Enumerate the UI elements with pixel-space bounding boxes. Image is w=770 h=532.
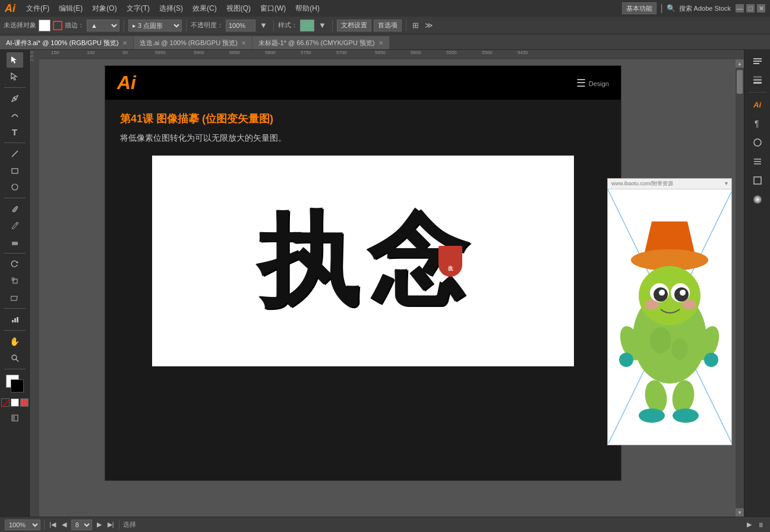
- background-swatch[interactable]: [11, 379, 24, 392]
- minimize-button[interactable]: —: [736, 4, 744, 12]
- pen-tool[interactable]: [7, 91, 23, 106]
- more-icon[interactable]: ≫: [423, 21, 435, 30]
- zoom-select[interactable]: 100%: [5, 520, 40, 530]
- vertical-scrollbar[interactable]: ▲ ▼: [736, 59, 744, 517]
- tab-close-0[interactable]: ✕: [122, 40, 127, 46]
- scale-tool[interactable]: [7, 273, 23, 289]
- rect-panel-button[interactable]: [747, 172, 768, 189]
- eraser-tool[interactable]: [7, 235, 23, 250]
- style-arrow[interactable]: ▼: [317, 21, 328, 30]
- lesson-header: Ai ☰ Design: [105, 66, 621, 100]
- menu-select[interactable]: 选择(S): [154, 4, 188, 14]
- menu-edit[interactable]: 编辑(E): [54, 4, 87, 14]
- menu-help[interactable]: 帮助(H): [291, 4, 324, 14]
- menu-effect[interactable]: 效果(C): [188, 4, 222, 14]
- arrange-icon[interactable]: ⊞: [411, 21, 421, 30]
- scroll-up-button[interactable]: ▲: [736, 59, 744, 68]
- brush-select[interactable]: ▸ 3 点圆形: [128, 20, 182, 31]
- paintbrush-tool[interactable]: [7, 201, 23, 217]
- tab-ai-lesson[interactable]: AI-课件3.ai* @ 100% (RGB/GPU 预览) ✕: [0, 36, 134, 49]
- last-page-button[interactable]: ▶|: [106, 521, 115, 528]
- menu-object[interactable]: 对象(O): [87, 4, 121, 14]
- opacity-input[interactable]: [226, 20, 255, 31]
- hamburger-icon: ☰: [576, 78, 586, 88]
- scroll-down-button[interactable]: ▼: [736, 508, 744, 517]
- bar-chart-tool[interactable]: [7, 312, 23, 327]
- radial-button[interactable]: [747, 191, 768, 208]
- menu-text[interactable]: 文字(T): [122, 4, 154, 14]
- ruler-top: 150 100 50 5950 5900 5850 5800 5750 5700…: [39, 50, 744, 59]
- stroke-label: 描边：: [65, 21, 84, 30]
- ai-text-panel-button[interactable]: Ai: [747, 96, 768, 113]
- transform-tool[interactable]: [7, 290, 23, 305]
- page-select[interactable]: 8: [71, 520, 92, 530]
- svg-rect-49: [753, 82, 762, 84]
- tabs-bar: AI-课件3.ai* @ 100% (RGB/GPU 预览) ✕ 迭迭.ai @…: [0, 34, 770, 50]
- document-settings-button[interactable]: 文档设置: [337, 20, 371, 31]
- canvas-area[interactable]: 150 100 50 5950 5900 5850 5800 5750 5700…: [39, 50, 744, 517]
- properties-panel-button[interactable]: [747, 52, 768, 70]
- rectangle-tool[interactable]: [7, 163, 23, 178]
- ruler-left: 150200250300350: [30, 50, 39, 517]
- curvature-tool[interactable]: [7, 107, 23, 123]
- type-tool[interactable]: T: [7, 124, 23, 140]
- stroke-icon: [53, 21, 62, 30]
- fill-color-swatch[interactable]: [39, 20, 51, 31]
- selection-tool[interactable]: [7, 52, 23, 68]
- rotate-tool[interactable]: [7, 256, 23, 272]
- menu-file[interactable]: 文件(F): [21, 4, 54, 14]
- first-page-button[interactable]: |◀: [48, 521, 57, 528]
- tab-iterate[interactable]: 迭迭.ai @ 100% (RGB/GPU 预览) ✕: [134, 36, 253, 49]
- white-swatch[interactable]: [11, 398, 19, 407]
- play-button[interactable]: ▶: [746, 521, 753, 528]
- tab-close-2[interactable]: ✕: [378, 40, 383, 46]
- workspace-button[interactable]: 基本功能: [622, 2, 657, 14]
- maximize-button[interactable]: □: [746, 4, 755, 12]
- white-canvas: 执 念 执念: [152, 156, 574, 366]
- hand-tool[interactable]: ✋: [7, 334, 23, 349]
- stop-button[interactable]: ⏸: [756, 521, 765, 528]
- tab-untitled[interactable]: 未标题-1* @ 66.67% (CMYK/GPU 预览) ✕: [253, 36, 390, 49]
- divider-1: [124, 20, 124, 31]
- left-toolbar: T: [0, 50, 30, 517]
- svg-point-41: [704, 353, 718, 367]
- svg-point-3: [12, 184, 18, 190]
- tool-separator-7: [4, 369, 26, 369]
- red-swatch[interactable]: [20, 398, 29, 407]
- menu-window[interactable]: 窗口(W): [255, 4, 291, 14]
- svg-rect-46: [753, 58, 762, 59]
- status-divider-2: [119, 520, 119, 530]
- right-sidebar: Ai ¶: [744, 50, 770, 517]
- pencil-tool[interactable]: [7, 218, 23, 233]
- right-panel-content: [608, 189, 731, 444]
- next-page-button[interactable]: ▶: [96, 521, 103, 528]
- opacity-arrow[interactable]: ▼: [258, 21, 269, 30]
- panel-toggle-button[interactable]: [7, 410, 23, 426]
- zoom-tool[interactable]: [7, 350, 23, 366]
- stroke-weight-select[interactable]: ▲: [87, 20, 119, 31]
- ellipse-tool[interactable]: [7, 179, 23, 195]
- prev-page-button[interactable]: ◀: [61, 521, 68, 528]
- paragraph-panel-button[interactable]: ¶: [747, 115, 768, 132]
- style-swatch[interactable]: [300, 20, 314, 31]
- design-menu[interactable]: ☰ Design: [576, 78, 609, 88]
- close-button[interactable]: ✕: [757, 4, 765, 12]
- line-tool[interactable]: [7, 146, 23, 162]
- tab-label-0: AI-课件3.ai* @ 100% (RGB/GPU 预览): [6, 39, 119, 48]
- menu-view[interactable]: 视图(Q): [222, 4, 255, 14]
- svg-point-32: [662, 290, 665, 293]
- tool-separator-2: [4, 142, 26, 143]
- scroll-thumb[interactable]: [737, 70, 743, 94]
- circle-panel-button[interactable]: [747, 134, 768, 151]
- panel-collapse-icon[interactable]: ▾: [725, 180, 728, 188]
- lesson-desc: 将低像素位图转化为可以无限放大的矢量图。: [120, 133, 606, 144]
- tab-close-1[interactable]: ✕: [241, 40, 246, 46]
- svg-rect-7: [13, 279, 17, 283]
- svg-line-14: [16, 359, 18, 362]
- direct-selection-tool[interactable]: [7, 69, 23, 84]
- none-swatch[interactable]: [1, 398, 10, 407]
- align-panel-button[interactable]: [747, 153, 768, 170]
- search-label[interactable]: 搜索 Adobe Stock: [679, 4, 731, 13]
- layers-panel-button[interactable]: [747, 71, 768, 89]
- preferences-button[interactable]: 首选项: [374, 20, 402, 31]
